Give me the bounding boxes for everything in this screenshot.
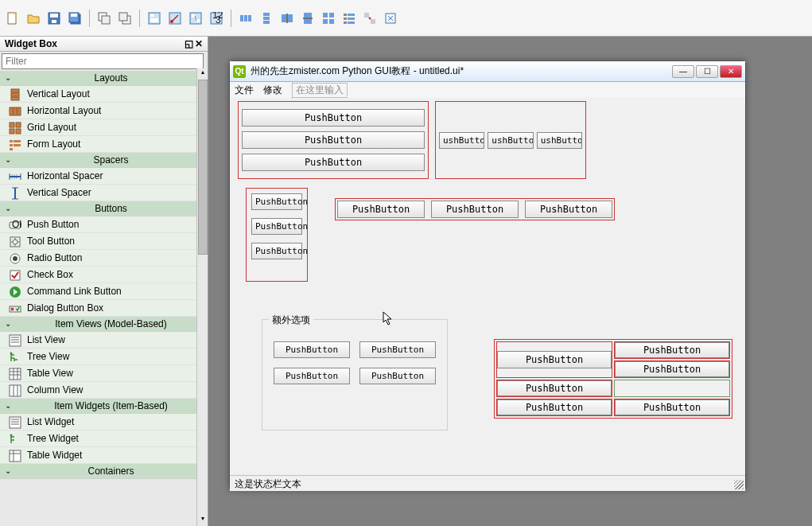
window-titlebar[interactable]: Qt 州的先生zmister.com Python GUI教程 - untitl… [230, 61, 745, 82]
widget-item[interactable]: Horizontal Spacer [0, 168, 208, 185]
layout-h-icon[interactable] [236, 9, 255, 28]
vertical-layout-1[interactable]: PushButton PushButton PushButton [238, 101, 429, 179]
widget-category[interactable]: ⌄Layouts [0, 71, 208, 86]
layout-grid-icon[interactable] [319, 9, 338, 28]
vertical-layout-2[interactable]: PushButton PushButton PushButton [246, 188, 308, 282]
widget-item[interactable]: List Widget [0, 414, 208, 431]
bring-front-icon[interactable] [115, 9, 134, 28]
push-button[interactable]: PushButton [497, 380, 612, 396]
widget-item[interactable]: Check Box [0, 267, 208, 283]
minimize-button[interactable]: — [672, 65, 694, 78]
svg-rect-27 [263, 21, 270, 24]
layout-form-icon[interactable] [340, 9, 359, 28]
push-button[interactable]: PushButton [251, 193, 302, 210]
push-button[interactable]: PushButton [359, 368, 436, 384]
push-button[interactable]: PushButton [615, 342, 729, 358]
open-file-icon[interactable] [24, 9, 43, 28]
widget-item[interactable]: Command Link Button [0, 283, 208, 300]
grid-layout-1[interactable]: PushButton PushButton PushButton PushBut… [494, 339, 732, 419]
menu-edit[interactable]: 修改 [263, 84, 282, 97]
widget-category[interactable]: ⌄Containers [0, 464, 208, 479]
save-all-icon[interactable] [65, 9, 84, 28]
push-button[interactable]: ushButton [439, 132, 484, 149]
push-button[interactable]: PushButton [251, 243, 302, 259]
widget-item[interactable]: List View [0, 332, 208, 349]
push-button[interactable]: PushButton [274, 341, 350, 358]
grid-cell[interactable]: PushButton [496, 399, 612, 416]
widget-category[interactable]: ⌄Buttons [0, 201, 208, 216]
push-button[interactable]: PushButton [242, 154, 425, 171]
menu-file[interactable]: 文件 [235, 84, 254, 97]
send-back-icon[interactable] [95, 9, 114, 28]
svg-point-15 [170, 20, 173, 23]
widget-item[interactable]: Table View [0, 365, 208, 382]
push-button[interactable]: ushButton [537, 132, 582, 149]
dock-close-icon[interactable]: ✕ [195, 38, 203, 49]
resize-grip-icon[interactable] [734, 480, 744, 489]
push-button[interactable]: PushButton [359, 341, 436, 358]
layout-v-icon[interactable] [257, 9, 276, 28]
edit-widgets-icon[interactable] [145, 9, 164, 28]
maximize-button[interactable]: ☐ [696, 65, 718, 78]
widget-item[interactable]: Horizontal Layout [0, 103, 208, 119]
push-button[interactable]: PushButton [497, 351, 612, 368]
grid-cell[interactable]: PushButton [496, 380, 612, 397]
dock-float-icon[interactable]: ◱ [185, 38, 193, 49]
widget-box-scrollbar[interactable]: ▴ ▾ [196, 68, 208, 526]
layout-hsplit-icon[interactable] [278, 9, 297, 28]
widget-category[interactable]: ⌄Item Views (Model-Based) [0, 317, 208, 332]
horizontal-layout-2[interactable]: PushButton PushButton PushButton [335, 198, 615, 220]
filter-input[interactable] [2, 53, 204, 69]
svg-text:3: 3 [216, 14, 221, 25]
break-layout-icon[interactable] [360, 9, 379, 28]
scroll-down-icon[interactable]: ▾ [197, 515, 208, 526]
scroll-up-icon[interactable]: ▴ [197, 68, 208, 80]
edit-signals-icon[interactable] [165, 9, 185, 28]
widget-item[interactable]: Form Layout [0, 136, 208, 153]
widget-item[interactable]: Vertical Layout [0, 86, 208, 103]
push-button[interactable]: PushButton [431, 201, 519, 218]
designer-window[interactable]: Qt 州的先生zmister.com Python GUI教程 - untitl… [229, 60, 746, 490]
widget-item[interactable]: Tree View [0, 349, 208, 365]
close-button[interactable]: ✕ [720, 65, 742, 78]
push-button[interactable]: PushButton [242, 131, 425, 149]
new-file-icon[interactable] [3, 9, 22, 28]
widget-item[interactable]: OKPush Button [0, 216, 208, 233]
layout-vsplit-icon[interactable] [298, 9, 317, 28]
horizontal-layout-1[interactable]: ushButton ushButton ushButton [435, 101, 586, 179]
widget-category[interactable]: ⌄Item Widgets (Item-Based) [0, 399, 208, 414]
push-button[interactable]: PushButton [497, 399, 612, 415]
widget-item[interactable]: Vertical Spacer [0, 185, 208, 201]
menu-type-here[interactable]: 在这里输入 [292, 83, 348, 98]
push-button[interactable]: PushButton [525, 201, 612, 218]
push-button[interactable]: PushButton [274, 368, 350, 384]
grid-cell[interactable]: PushButton [614, 399, 730, 416]
grid-cell[interactable]: PushButton [614, 360, 730, 378]
window-menubar[interactable]: 文件 修改 在这里输入 [230, 82, 745, 98]
edit-taborder-icon[interactable]: 123 [207, 9, 226, 28]
widget-item[interactable]: Table Widget [0, 447, 208, 464]
grid-cell[interactable]: PushButton [614, 341, 730, 359]
scrollbar-thumb[interactable] [198, 80, 208, 255]
grid-cell-empty[interactable] [614, 380, 730, 397]
adjust-size-icon[interactable] [381, 9, 400, 28]
push-button[interactable]: ushButton [488, 132, 533, 149]
svg-rect-18 [196, 19, 200, 22]
widget-item[interactable]: Dialog Button Box [0, 300, 208, 317]
widget-item[interactable]: Grid Layout [0, 119, 208, 136]
widget-item[interactable]: Tool Button [0, 233, 208, 250]
grid-cell[interactable]: PushButton [496, 341, 612, 378]
push-button[interactable]: PushButton [242, 109, 425, 127]
edit-buddies-icon[interactable] [186, 9, 205, 28]
push-button[interactable]: PushButton [615, 399, 729, 415]
push-button[interactable]: PushButton [615, 361, 729, 377]
form-area[interactable]: PushButton PushButton PushButton ushButt… [230, 98, 745, 475]
groupbox-extra-options[interactable]: 额外选项 PushButton PushButton PushButton Pu… [262, 319, 448, 431]
widget-item[interactable]: Tree Widget [0, 431, 208, 447]
push-button[interactable]: PushButton [337, 201, 425, 218]
save-icon[interactable] [45, 9, 64, 28]
widget-item[interactable]: Column View [0, 382, 208, 399]
widget-item[interactable]: Radio Button [0, 250, 208, 267]
widget-category[interactable]: ⌄Spacers [0, 153, 208, 168]
push-button[interactable]: PushButton [251, 218, 302, 235]
